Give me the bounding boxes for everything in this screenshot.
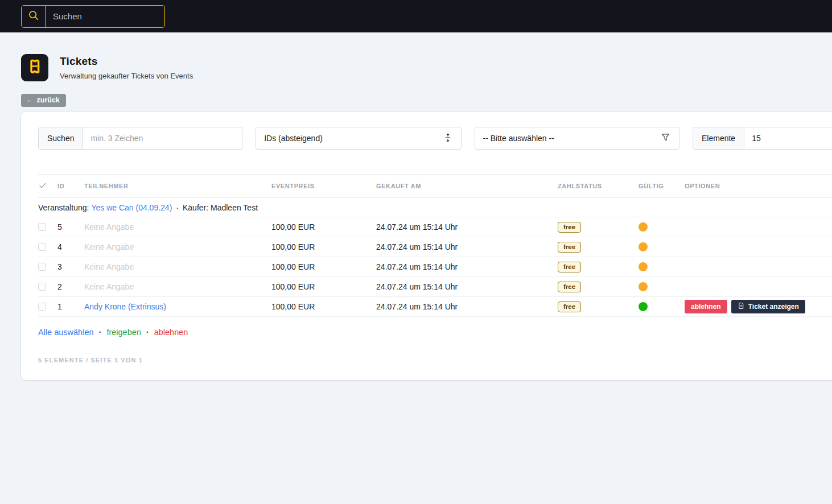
payment-status-badge: free (558, 262, 581, 272)
ticket-id: 5 (57, 222, 84, 232)
row-checkbox[interactable] (38, 263, 46, 271)
table-search-group: Suchen (38, 127, 242, 150)
table-search-label: Suchen (39, 127, 83, 149)
per-page-group: Elemente (693, 127, 832, 150)
valid-status-dot (639, 222, 648, 232)
bought-at: 24.07.24 um 15:14 Uhr (376, 242, 558, 251)
event-price: 100,00 EUR (271, 282, 376, 291)
status-filter-select[interactable]: -- Bitte auswählen -- (475, 127, 679, 150)
payment-status-badge: free (558, 282, 581, 292)
back-button[interactable]: ← zurück (21, 94, 66, 107)
event-link[interactable]: Yes we Can (04.09.24) (91, 203, 172, 212)
column-header-optionen: OPTIONEN (685, 183, 832, 189)
per-page-input[interactable] (744, 127, 832, 149)
table-row: 4 Keine Angabe 100,00 EUR 24.07.24 um 15… (38, 237, 832, 257)
event-group-row: Veranstaltung: Yes we Can (04.09.24) · K… (38, 198, 832, 217)
global-search (21, 5, 165, 28)
page-header: Tickets Verwaltung gekaufter Tickets von… (21, 54, 832, 81)
tickets-table: ID TEILNEHMER EVENTPREIS GEKAUFT AM ZAHL… (38, 174, 832, 317)
participant-name: Keine Angabe (84, 262, 134, 271)
back-button-label: zurück (37, 96, 60, 104)
sort-select-value: IDs (absteigend) (264, 134, 323, 143)
bought-at: 24.07.24 um 15:14 Uhr (376, 302, 558, 311)
event-price: 100,00 EUR (271, 222, 376, 232)
page-title: Tickets (60, 55, 193, 68)
column-header-zahlstatus: ZAHLSTATUS (558, 183, 639, 189)
valid-status-dot (639, 262, 648, 271)
page-subtitle: Verwaltung gekaufter Tickets von Events (60, 72, 193, 80)
table-row: 2 Keine Angabe 100,00 EUR 24.07.24 um 15… (38, 277, 832, 297)
participant-name: Keine Angabe (84, 282, 134, 291)
select-all-check-icon[interactable] (38, 181, 47, 191)
row-checkbox[interactable] (38, 223, 46, 231)
valid-status-dot (639, 302, 648, 311)
bought-at: 24.07.24 um 15:14 Uhr (376, 262, 558, 271)
row-checkbox[interactable] (38, 283, 46, 291)
bought-at: 24.07.24 um 15:14 Uhr (376, 282, 558, 291)
status-filter-value: -- Bitte auswählen -- (483, 134, 554, 143)
show-ticket-button[interactable]: Ticket anzeigen (731, 300, 805, 313)
global-search-input[interactable] (46, 6, 164, 27)
row-checkbox[interactable] (38, 243, 46, 251)
reject-ticket-button[interactable]: ablehnen (685, 300, 727, 313)
valid-status-dot (639, 282, 648, 291)
sort-arrows-icon (443, 133, 453, 144)
separator-dot: · (99, 328, 102, 337)
per-page-label: Elemente (693, 127, 744, 149)
table-search-input[interactable] (83, 127, 242, 149)
topbar (0, 0, 832, 32)
participant-link[interactable]: Andy Krone (Extrinsus) (84, 302, 166, 311)
separator-dot: · (146, 328, 149, 337)
participant-name: Keine Angabe (84, 242, 134, 251)
ticket-id: 3 (57, 262, 84, 271)
search-icon (27, 9, 40, 24)
ticket-id: 1 (57, 302, 84, 311)
funnel-icon (660, 132, 671, 144)
column-header-gueltig: GÜLTIG (639, 183, 685, 189)
sort-select[interactable]: IDs (absteigend) (256, 127, 461, 150)
tickets-app-tile (21, 54, 48, 81)
search-icon-button[interactable] (22, 6, 46, 27)
filter-row: Suchen IDs (absteigend) -- Bitte auswähl… (38, 127, 832, 150)
approve-link[interactable]: freigeben (106, 328, 141, 337)
payment-status-badge: free (558, 222, 581, 233)
column-header-gekauft-am: GEKAUFT AM (376, 183, 558, 189)
reject-link[interactable]: ablehnen (154, 328, 188, 337)
bulk-actions: Alle auswählen · freigeben · ablehnen (38, 328, 832, 337)
ticket-id: 2 (57, 282, 84, 291)
row-checkbox[interactable] (38, 303, 46, 311)
participant-name: Keine Angabe (84, 222, 134, 232)
back-arrow-icon: ← (26, 96, 34, 104)
tickets-panel: Suchen IDs (absteigend) -- Bitte auswähl… (21, 112, 832, 380)
payment-status-badge: free (558, 242, 581, 253)
table-row: 3 Keine Angabe 100,00 EUR 24.07.24 um 15… (38, 257, 832, 277)
buyer-label: Käufer: Madleen Test (183, 203, 258, 212)
group-separator: · (176, 203, 179, 212)
event-price: 100,00 EUR (271, 242, 376, 251)
pagination-summary: 5 ELEMENTE / SEITE 1 VON 1 (38, 357, 832, 363)
show-ticket-label: Ticket anzeigen (748, 303, 799, 311)
event-group-prefix: Veranstaltung: (38, 203, 89, 212)
valid-status-dot (639, 242, 648, 251)
table-row: 5 Keine Angabe 100,00 EUR 24.07.24 um 15… (38, 217, 832, 237)
event-price: 100,00 EUR (271, 302, 376, 311)
column-header-teilnehmer: TEILNEHMER (84, 183, 271, 189)
payment-status-badge: free (558, 301, 581, 312)
ticket-id: 4 (57, 242, 84, 251)
bought-at: 24.07.24 um 15:14 Uhr (376, 222, 558, 232)
ticket-icon (26, 58, 43, 77)
column-header-eventpreis: EVENTPREIS (271, 183, 376, 189)
column-header-id: ID (57, 183, 84, 189)
table-header-row: ID TEILNEHMER EVENTPREIS GEKAUFT AM ZAHL… (38, 174, 832, 198)
table-row: 1 Andy Krone (Extrinsus) 100,00 EUR 24.0… (38, 297, 832, 317)
document-icon (738, 302, 745, 311)
select-all-link[interactable]: Alle auswählen (38, 328, 94, 337)
event-price: 100,00 EUR (271, 262, 376, 271)
